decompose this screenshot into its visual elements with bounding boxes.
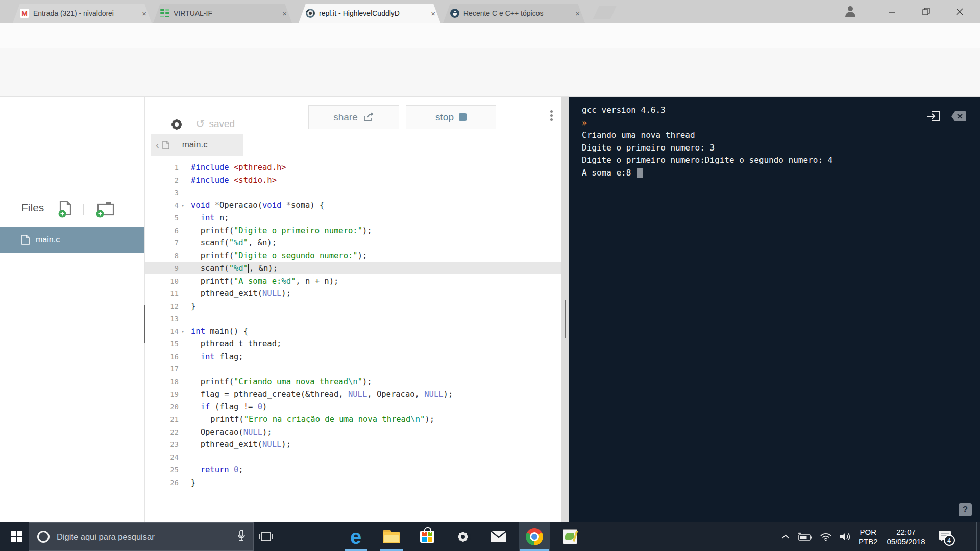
- browser-titlebar: M Entrada (321) - nivaldorei × VIRTUAL-I…: [0, 0, 980, 23]
- add-file-icon[interactable]: [57, 200, 75, 220]
- file-tab[interactable]: ‹ main.c: [151, 134, 243, 156]
- close-tab-icon[interactable]: ×: [431, 9, 435, 18]
- code-line[interactable]: 20 if (flag != 0): [145, 400, 561, 413]
- task-view-button[interactable]: [254, 522, 278, 551]
- editor-menu-icon[interactable]: [550, 110, 553, 121]
- browser-profile-icon[interactable]: [843, 4, 857, 18]
- code-line[interactable]: 7 scanf("%d", &n);: [145, 237, 561, 249]
- code-text: pthread_t thread;: [187, 339, 281, 348]
- console-help-button[interactable]: ?: [959, 503, 972, 516]
- code-text: #include <stdio.h>: [187, 176, 277, 185]
- close-tab-icon[interactable]: ×: [142, 9, 146, 18]
- browser-tab-gmail[interactable]: M Entrada (321) - nivaldorei ×: [13, 4, 152, 23]
- share-button[interactable]: share: [308, 105, 399, 129]
- code-line[interactable]: 11 pthread_exit(NULL);: [145, 287, 561, 300]
- browser-tab-cboard[interactable]: Recente C e C++ tópicos ×: [443, 4, 585, 23]
- tray-chevron-icon[interactable]: [781, 534, 790, 540]
- code-line[interactable]: 21 printf("Erro na criação de uma nova t…: [145, 413, 561, 426]
- editor-scrollbar-thumb[interactable]: [565, 300, 566, 338]
- code-line[interactable]: 2#include <stdio.h>: [145, 174, 561, 187]
- taskbar-explorer-icon[interactable]: [376, 522, 407, 551]
- add-folder-icon[interactable]: [95, 200, 115, 220]
- code-line[interactable]: 15 pthread_t thread;: [145, 338, 561, 350]
- language-indicator[interactable]: PORPTB2: [859, 527, 878, 546]
- show-desktop-divider[interactable]: [976, 522, 977, 551]
- share-label: share: [333, 112, 358, 123]
- tab-scroll-left-icon[interactable]: ‹: [156, 139, 159, 151]
- window-restore-button[interactable]: [914, 0, 938, 23]
- code-text: printf("Digite o segundo numero:");: [187, 251, 367, 260]
- code-line[interactable]: 5 int n;: [145, 212, 561, 224]
- console-open-in-new-icon[interactable]: [926, 110, 942, 125]
- code-line[interactable]: 4▾void *Operacao(void *soma) {: [145, 199, 561, 212]
- line-number: 18: [145, 378, 179, 386]
- code-line[interactable]: 10 printf("A soma e:%d", n + n);: [145, 274, 561, 287]
- files-sidebar: Files main.c: [0, 97, 144, 522]
- line-number: 8: [145, 252, 179, 260]
- screen: M Entrada (321) - nivaldorei × VIRTUAL-I…: [0, 0, 980, 551]
- code-line[interactable]: 14▾int main() {: [145, 325, 561, 338]
- code-text: void *Operacao(void *soma) {: [187, 201, 324, 210]
- code-line[interactable]: 6 printf("Digite o primeiro numero:");: [145, 224, 561, 237]
- editor-settings-gear-icon[interactable]: [168, 116, 185, 135]
- console-clear-icon[interactable]: [950, 110, 967, 124]
- code-line[interactable]: 18 printf("Criando uma nova thread\n");: [145, 375, 561, 388]
- clock-date[interactable]: 22:0705/05/2018: [887, 527, 925, 546]
- window-minimize-button[interactable]: [880, 0, 904, 23]
- gear-icon: [455, 529, 471, 545]
- saved-status: ↺ saved: [195, 117, 235, 131]
- history-icon[interactable]: ↺: [195, 117, 205, 131]
- volume-icon[interactable]: [839, 532, 851, 542]
- fold-arrow-icon[interactable]: ▾: [179, 202, 187, 209]
- code-line[interactable]: 16 int flag;: [145, 350, 561, 363]
- taskbar-store-icon[interactable]: [412, 522, 443, 551]
- start-button[interactable]: [4, 522, 29, 551]
- close-tab-icon[interactable]: ×: [282, 9, 287, 18]
- browser-tab-virtual-if[interactable]: VIRTUAL-IF ×: [153, 4, 292, 23]
- code-line[interactable]: 9 scanf("%d", &n);: [145, 262, 561, 275]
- code-line[interactable]: 26}: [145, 476, 561, 489]
- code-lines[interactable]: 1#include <pthread.h>2#include <stdio.h>…: [145, 161, 561, 518]
- edge-icon: e: [350, 527, 361, 547]
- taskbar-notepadpp-icon[interactable]: [555, 522, 585, 551]
- tab-divider: [175, 139, 175, 151]
- cortana-icon: [37, 531, 50, 543]
- code-line[interactable]: 22 Operacao(NULL);: [145, 425, 561, 438]
- microphone-icon[interactable]: [237, 529, 246, 544]
- line-number: 19: [145, 390, 179, 398]
- notification-center-icon[interactable]: 4: [938, 530, 952, 544]
- code-line[interactable]: 3: [145, 186, 561, 199]
- virtual-if-icon: [160, 9, 169, 18]
- taskbar-search-box[interactable]: Digite aqui para pesquisar: [29, 522, 254, 551]
- code-text: printf("Erro na criação de uma nova thre…: [187, 414, 434, 424]
- code-line[interactable]: 23 pthread_exit(NULL);: [145, 438, 561, 451]
- code-line[interactable]: 8 printf("Digite o segundo numero:");: [145, 249, 561, 262]
- page-icon: [162, 141, 169, 149]
- code-line[interactable]: 12}: [145, 300, 561, 313]
- fold-arrow-icon[interactable]: ▾: [179, 328, 187, 335]
- file-name: main.c: [36, 235, 60, 244]
- line-number: 21: [145, 415, 179, 423]
- taskbar-settings-icon[interactable]: [448, 522, 478, 551]
- code-line[interactable]: 19 flag = pthread_create(&thread, NULL, …: [145, 388, 561, 400]
- code-line[interactable]: 13: [145, 312, 561, 325]
- code-line[interactable]: 17: [145, 363, 561, 375]
- code-text: pthread_exit(NULL);: [187, 289, 291, 298]
- taskbar-chrome-icon[interactable]: [519, 522, 550, 551]
- gmail-icon: M: [20, 9, 29, 18]
- battery-icon[interactable]: [797, 532, 813, 541]
- new-tab-button[interactable]: [593, 6, 617, 19]
- line-number: 2: [145, 176, 179, 184]
- taskbar-mail-icon[interactable]: [483, 522, 514, 551]
- console-prompt: »: [582, 118, 832, 131]
- wifi-icon[interactable]: [820, 532, 832, 541]
- file-item-main-c[interactable]: main.c: [0, 227, 144, 253]
- code-line[interactable]: 1#include <pthread.h>: [145, 161, 561, 174]
- taskbar-edge-icon[interactable]: e: [340, 522, 371, 551]
- window-close-button[interactable]: [948, 0, 971, 23]
- close-tab-icon[interactable]: ×: [575, 9, 580, 18]
- code-line[interactable]: 24: [145, 451, 561, 464]
- code-line[interactable]: 25 return 0;: [145, 464, 561, 477]
- stop-button[interactable]: stop: [406, 105, 496, 129]
- browser-tab-replit[interactable]: repl.it - HighlevelCuddlyD ×: [299, 4, 440, 23]
